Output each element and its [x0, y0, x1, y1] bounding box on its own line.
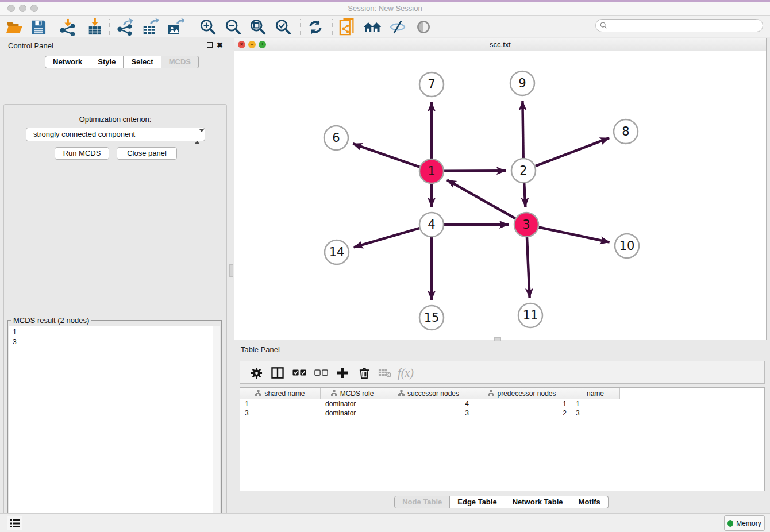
fx-label: f(x) [398, 367, 414, 380]
control-panel-title: Control Panel [8, 41, 53, 50]
zoom-out-icon[interactable] [224, 18, 243, 36]
graph-edge-1-2[interactable] [444, 171, 506, 171]
tab-mcds[interactable]: MCDS [161, 56, 199, 68]
cell-shared-name: 1 [240, 399, 321, 408]
graph-node-15[interactable]: 15 [419, 306, 444, 330]
function-builder-icon[interactable]: f(x) [396, 364, 415, 382]
toolbar-separator [53, 19, 53, 35]
mcds-result-fieldset: MCDS result (2 nodes) 1 3 [7, 320, 222, 532]
cell-successor-nodes: 4 [384, 399, 473, 408]
create-column-icon[interactable] [333, 364, 352, 382]
zoom-selected-icon[interactable] [274, 18, 293, 36]
vertical-splitter-grip[interactable] [229, 264, 233, 277]
graph-node-label: 3 [522, 218, 530, 232]
toolbar-separator [192, 19, 192, 35]
close-panel-icon[interactable]: ✖ [217, 43, 223, 48]
close-panel-button[interactable]: Close panel [117, 147, 177, 160]
graph-node-1[interactable]: 1 [419, 159, 444, 183]
criterion-dropdown[interactable]: strongly connected component [26, 128, 205, 141]
graph-edge-4-14[interactable] [354, 228, 419, 247]
graph-node-9[interactable]: 9 [510, 71, 534, 95]
tab-node-table[interactable]: Node Table [394, 496, 450, 508]
horizontal-splitter-grip[interactable] [494, 337, 501, 341]
tab-style[interactable]: Style [90, 56, 124, 68]
graph-node-14[interactable]: 14 [325, 240, 349, 264]
graph-node-7[interactable]: 7 [419, 72, 444, 97]
graph-edge-3-11[interactable] [527, 237, 530, 298]
import-table-icon[interactable] [85, 18, 105, 36]
export-image-icon[interactable] [165, 18, 185, 36]
graph-node-4[interactable]: 4 [419, 213, 444, 237]
network-graph-canvas[interactable]: 7968124314101511 [234, 51, 766, 340]
graph-node-2[interactable]: 2 [511, 159, 536, 183]
tab-motifs[interactable]: Motifs [571, 496, 609, 508]
zoom-in-icon[interactable] [198, 18, 218, 36]
graph-edge-2-9[interactable] [522, 101, 523, 158]
refresh-view-icon[interactable] [306, 18, 325, 36]
mcds-tab-content: Optimization criterion: strongly connect… [3, 104, 227, 532]
search-icon [600, 22, 607, 29]
table-toolbar: f(x) [240, 361, 765, 384]
deselect-all-icon[interactable] [312, 364, 330, 382]
show-columns-icon[interactable] [268, 364, 287, 382]
toolbar-separator [300, 19, 301, 35]
hide-selected-icon[interactable] [388, 18, 407, 36]
graph-node-label: 6 [332, 131, 340, 145]
export-table-icon[interactable] [140, 18, 160, 36]
graph-node-3[interactable]: 3 [514, 213, 538, 237]
memory-button[interactable]: Memory [724, 515, 765, 531]
tab-network[interactable]: Network [45, 56, 90, 68]
application-window: Session: New Session [0, 0, 770, 532]
search-box[interactable] [595, 19, 763, 32]
column-header-name[interactable]: name [571, 388, 620, 399]
table-panel-title: Table Panel [241, 345, 280, 354]
new-network-icon[interactable] [338, 18, 357, 36]
graph-edge-1-6[interactable] [353, 144, 419, 167]
export-network-icon[interactable] [116, 18, 135, 36]
show-all-icon[interactable] [414, 18, 433, 36]
table-mode-gear-icon[interactable] [247, 364, 265, 382]
hierarchy-icon [331, 390, 337, 396]
tab-select[interactable]: Select [124, 56, 161, 68]
tab-network-table[interactable]: Network Table [505, 496, 571, 508]
mcds-result-box[interactable]: 1 3 [9, 326, 220, 532]
graph-edge-3-10[interactable] [539, 228, 610, 242]
node-table-header: shared nameMCDS rolesuccessor nodesprede… [240, 388, 764, 399]
tab-edge-table[interactable]: Edge Table [450, 496, 505, 508]
column-header-predecessor-nodes[interactable]: predecessor nodes [473, 388, 571, 399]
column-header-shared-name[interactable]: shared name [240, 388, 321, 399]
zoom-fit-icon[interactable] [248, 18, 268, 36]
network-list-button[interactable] [7, 516, 22, 530]
node-table[interactable]: shared nameMCDS rolesuccessor nodesprede… [240, 387, 765, 491]
graph-node-8[interactable]: 8 [614, 119, 638, 144]
table-row-2[interactable]: 3dominator323 [240, 408, 764, 418]
home-neighbors-icon[interactable] [363, 18, 382, 36]
graph-node-10[interactable]: 10 [615, 234, 639, 258]
open-session-icon[interactable] [5, 18, 24, 36]
graph-edge-2-8[interactable] [536, 138, 609, 166]
column-header-MCDS-role[interactable]: MCDS role [321, 388, 384, 399]
run-mcds-button[interactable]: Run MCDS [55, 147, 109, 160]
save-session-icon[interactable] [29, 18, 48, 36]
search-input[interactable] [610, 20, 759, 31]
import-network-icon[interactable] [58, 18, 78, 36]
node-table-rows: 1dominator4113dominator323 [240, 399, 764, 418]
table-row-1[interactable]: 1dominator411 [240, 399, 764, 408]
mcds-scrollbar-track[interactable] [213, 326, 220, 532]
graph-edge-2-3[interactable] [524, 183, 525, 207]
select-all-icon[interactable] [290, 364, 309, 382]
cell-MCDS-role: dominator [321, 399, 384, 408]
delete-table-icon[interactable] [376, 364, 394, 382]
network-window-titlebar[interactable]: ✕ – + scc.txt [234, 38, 766, 51]
delete-selected-icon[interactable] [355, 364, 374, 382]
mcds-result-values: 1 3 [13, 327, 17, 347]
graph-node-11[interactable]: 11 [518, 303, 542, 327]
cell-predecessor-nodes: 2 [473, 408, 571, 418]
cell-name: 1 [571, 399, 620, 408]
float-panel-icon[interactable] [207, 42, 213, 48]
graph-node-label: 15 [424, 311, 440, 325]
graph-node-6[interactable]: 6 [324, 126, 348, 150]
column-header-successor-nodes[interactable]: successor nodes [384, 388, 473, 399]
graph-edge-3-1[interactable] [447, 180, 515, 218]
window-top-edge [0, 0, 770, 2]
